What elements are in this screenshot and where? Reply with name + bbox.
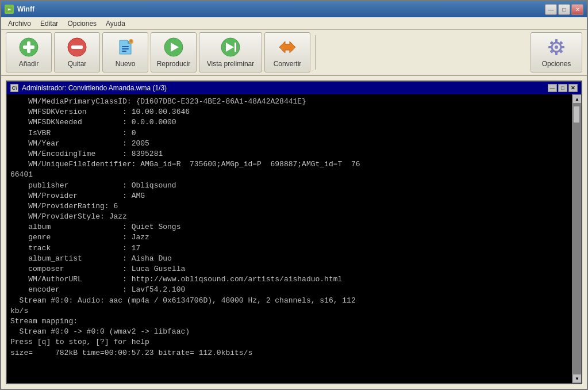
- add-icon: [18, 37, 39, 58]
- add-label: Añadir: [19, 60, 39, 68]
- remove-label: Quitar: [68, 60, 87, 68]
- toolbar-separator: [315, 35, 316, 70]
- play-button[interactable]: Reproducir: [151, 32, 197, 72]
- cmd-minimize-button[interactable]: —: [548, 84, 557, 92]
- menu-editar[interactable]: Editar: [36, 18, 63, 29]
- svg-marker-16: [279, 41, 295, 53]
- scrollbar[interactable]: ▲ ▼: [572, 94, 581, 383]
- new-label: Nuevo: [116, 60, 136, 68]
- convert-label: Convertir: [274, 60, 302, 68]
- close-button[interactable]: ✕: [571, 4, 583, 15]
- svg-point-18: [555, 45, 558, 49]
- cmd-controls: — □ ✕: [548, 84, 578, 92]
- svg-rect-15: [235, 43, 236, 52]
- cmd-close-button[interactable]: ✕: [568, 84, 578, 92]
- scroll-down-button[interactable]: ▼: [572, 374, 581, 383]
- menu-ayuda[interactable]: Ayuda: [101, 18, 130, 29]
- cmd-icon: C\: [10, 84, 18, 92]
- remove-icon: [67, 37, 87, 58]
- cmd-window: C\ Administrador: Convirtiendo Amanda.wm…: [6, 81, 582, 384]
- cmd-content-wrapper: WM/MediaPrimaryClassID: {D1607DBC-E323-4…: [7, 94, 581, 383]
- title-bar: Winff — □ ✕: [1, 1, 587, 17]
- options-button[interactable]: Opciones: [531, 32, 582, 72]
- menu-opciones[interactable]: Opciones: [63, 18, 101, 29]
- svg-rect-19: [555, 39, 558, 43]
- toolbar: Añadir Quitar: [1, 30, 587, 76]
- cmd-title-bar: C\ Administrador: Convirtiendo Amanda.wm…: [7, 82, 581, 94]
- svg-rect-21: [548, 46, 552, 48]
- app-icon: [5, 5, 14, 14]
- options-icon: [546, 37, 567, 58]
- window-controls: — □ ✕: [545, 4, 583, 15]
- preview-label: Vista preliminar: [207, 60, 254, 68]
- convert-icon: [277, 37, 298, 58]
- svg-rect-6: [71, 45, 83, 49]
- menu-bar: Archivo Editar Opciones Ayuda: [1, 17, 587, 30]
- preview-icon: [220, 37, 241, 58]
- svg-rect-4: [23, 45, 34, 49]
- scroll-track[interactable]: [572, 104, 581, 374]
- minimize-button[interactable]: —: [545, 4, 557, 15]
- svg-rect-22: [560, 46, 564, 48]
- svg-rect-9: [122, 51, 126, 52]
- new-button[interactable]: Nuevo: [102, 32, 148, 72]
- menu-archivo[interactable]: Archivo: [3, 18, 36, 29]
- svg-rect-7: [122, 46, 129, 47]
- convert-button[interactable]: Convertir: [264, 32, 310, 72]
- options-label: Opciones: [542, 60, 571, 68]
- scroll-up-button[interactable]: ▲: [572, 94, 581, 104]
- cmd-title: Administrador: Convirtiendo Amanda.wma (…: [22, 84, 544, 92]
- play-icon: [163, 37, 184, 58]
- play-label: Reproducir: [157, 60, 191, 68]
- scroll-thumb[interactable]: [573, 106, 580, 123]
- maximize-button[interactable]: □: [558, 4, 570, 15]
- window-title: Winff: [17, 5, 541, 13]
- add-button[interactable]: Añadir: [6, 32, 52, 72]
- new-icon: [115, 37, 136, 58]
- svg-rect-8: [122, 48, 129, 49]
- cmd-maximize-button[interactable]: □: [558, 84, 567, 92]
- terminal-output: WM/MediaPrimaryClassID: {D1607DBC-E323-4…: [7, 94, 572, 383]
- remove-button[interactable]: Quitar: [54, 32, 100, 72]
- main-window: Winff — □ ✕ Archivo Editar Opciones Ayud…: [0, 0, 588, 390]
- preview-button[interactable]: Vista preliminar: [199, 32, 262, 72]
- svg-rect-20: [555, 51, 558, 55]
